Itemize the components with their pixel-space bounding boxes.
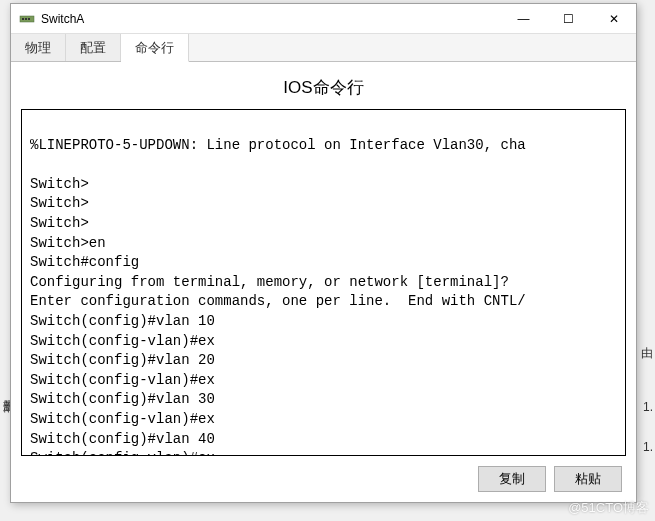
minimize-button[interactable]: — [501,4,546,33]
switch-device-icon [19,11,35,27]
background-text: 1. [643,400,653,414]
button-row: 复制 粘贴 [21,456,626,492]
title-left: SwitchA [19,11,84,27]
svg-rect-2 [25,18,27,20]
titlebar[interactable]: SwitchA — ☐ ✕ [11,4,636,34]
terminal-container: %LINEPROTO-5-UPDOWN: Line protocol on In… [21,109,626,456]
tab-cli[interactable]: 命令行 [121,34,189,62]
maximize-button[interactable]: ☐ [546,4,591,33]
svg-rect-3 [28,18,30,20]
cli-terminal[interactable]: %LINEPROTO-5-UPDOWN: Line protocol on In… [22,110,625,455]
window-controls: — ☐ ✕ [501,4,636,33]
tab-config[interactable]: 配置 [66,34,121,61]
close-button[interactable]: ✕ [591,4,636,33]
background-text: 1. [643,440,653,454]
background-text: 由 [641,345,653,362]
tab-physical[interactable]: 物理 [11,34,66,61]
svg-rect-1 [22,18,24,20]
watermark-text: @51CTO博客 [568,499,649,517]
app-window: SwitchA — ☐ ✕ 物理 配置 命令行 IOS命令行 %LINEPROT… [10,3,637,503]
copy-button[interactable]: 复制 [478,466,546,492]
paste-button[interactable]: 粘贴 [554,466,622,492]
tab-bar: 物理 配置 命令行 [11,34,636,62]
window-title: SwitchA [41,12,84,26]
content-area: IOS命令行 %LINEPROTO-5-UPDOWN: Line protoco… [11,62,636,502]
content-heading: IOS命令行 [21,76,626,99]
